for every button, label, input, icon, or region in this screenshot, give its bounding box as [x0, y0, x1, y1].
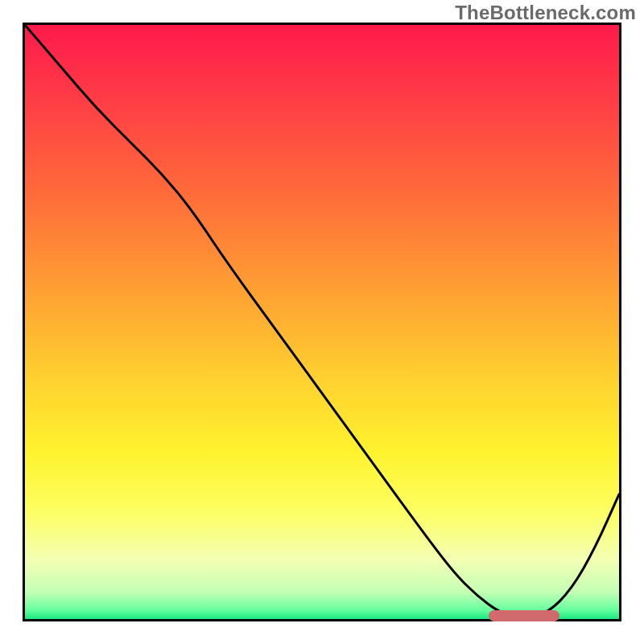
- gradient-background: [25, 25, 619, 619]
- minimum-marker: [489, 610, 560, 621]
- chart-wrapper: TheBottleneck.com: [0, 0, 644, 644]
- plot-area: [23, 23, 621, 621]
- plot-svg: [25, 25, 619, 619]
- watermark-label: TheBottleneck.com: [455, 2, 636, 24]
